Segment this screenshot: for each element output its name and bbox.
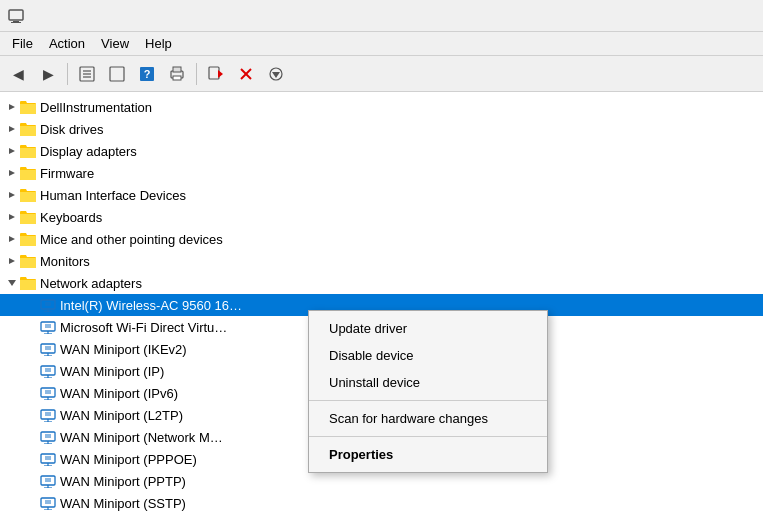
ctx-item-scan-changes[interactable]: Scan for hardware changes [309, 405, 547, 432]
svg-marker-14 [218, 70, 223, 78]
expand-arrow-display[interactable] [4, 143, 20, 159]
tree-item-disk[interactable]: Disk drives [0, 118, 763, 140]
app-icon [8, 8, 24, 24]
ctx-item-disable-device[interactable]: Disable device [309, 342, 547, 369]
tree-label-netadapters: Network adapters [40, 276, 142, 291]
svg-rect-12 [173, 76, 181, 80]
expand-arrow-wan-ipv6 [24, 385, 40, 401]
menu-item-view[interactable]: View [93, 34, 137, 53]
back-button[interactable]: ◀ [4, 60, 32, 88]
tree-item-monitors[interactable]: Monitors [0, 250, 763, 272]
tree-label-mice: Mice and other pointing devices [40, 232, 223, 247]
tree-label-firmware: Firmware [40, 166, 94, 181]
tree-item-dell[interactable]: DellInstrumentation [0, 96, 763, 118]
ctx-separator [309, 400, 547, 401]
tree-icon-ms-wifi [40, 319, 56, 335]
expand-arrow-wan-pppoe [24, 451, 40, 467]
tree-label-disk: Disk drives [40, 122, 104, 137]
tree-label-wan-pppoe: WAN Miniport (PPPOE) [60, 452, 197, 467]
svg-rect-11 [173, 67, 181, 72]
tree-label-wan-sstp: WAN Miniport (SSTP) [60, 496, 186, 511]
tree-item-display[interactable]: Display adapters [0, 140, 763, 162]
tree-item-mice[interactable]: Mice and other pointing devices [0, 228, 763, 250]
expand-arrow-netadapters[interactable] [4, 275, 20, 291]
tree-icon-firmware [20, 165, 36, 181]
expand-arrow-ms-wifi [24, 319, 40, 335]
svg-marker-18 [272, 72, 280, 78]
hidden-devices-button[interactable] [103, 60, 131, 88]
tree-view-button[interactable] [73, 60, 101, 88]
expand-arrow-wan-sstp [24, 495, 40, 511]
tree-label-keyboards: Keyboards [40, 210, 102, 225]
svg-marker-25 [9, 236, 15, 242]
expand-arrow-monitors[interactable] [4, 253, 20, 269]
expand-arrow-wan-l2tp [24, 407, 40, 423]
expand-arrow-intel-wifi [24, 297, 40, 313]
svg-rect-0 [9, 10, 23, 20]
tree-label-dell: DellInstrumentation [40, 100, 152, 115]
tree-icon-hid [20, 187, 36, 203]
tree-label-monitors: Monitors [40, 254, 90, 269]
ctx-item-update-driver[interactable]: Update driver [309, 315, 547, 342]
svg-marker-23 [9, 192, 15, 198]
uninstall-button[interactable] [232, 60, 260, 88]
tree-label-wan-pptp: WAN Miniport (PPTP) [60, 474, 186, 489]
tree-label-wan-ikev2: WAN Miniport (IKEv2) [60, 342, 187, 357]
svg-marker-26 [9, 258, 15, 264]
context-menu: Update driverDisable deviceUninstall dev… [308, 310, 548, 473]
forward-button[interactable]: ▶ [34, 60, 62, 88]
tree-icon-intel-wifi [40, 297, 56, 313]
tree-icon-wan-ip [40, 363, 56, 379]
toolbar: ◀ ▶ ? [0, 56, 763, 92]
tree-label-wan-ip: WAN Miniport (IP) [60, 364, 164, 379]
tree-item-keyboards[interactable]: Keyboards [0, 206, 763, 228]
svg-marker-20 [9, 126, 15, 132]
tree-item-hid[interactable]: Human Interface Devices [0, 184, 763, 206]
tree-item-wan-sstp[interactable]: WAN Miniport (SSTP) [0, 492, 763, 514]
tree-icon-monitors [20, 253, 36, 269]
tree-icon-dell [20, 99, 36, 115]
tree-label-ms-wifi: Microsoft Wi-Fi Direct Virtu… [60, 320, 227, 335]
tree-icon-display [20, 143, 36, 159]
tree-item-firmware[interactable]: Firmware [0, 162, 763, 184]
tree-icon-wan-pptp [40, 473, 56, 489]
help-button[interactable]: ? [133, 60, 161, 88]
tree-label-display: Display adapters [40, 144, 137, 159]
tree-icon-keyboards [20, 209, 36, 225]
svg-rect-7 [110, 67, 124, 81]
menu-item-help[interactable]: Help [137, 34, 180, 53]
expand-arrow-wan-network [24, 429, 40, 445]
expand-arrow-wan-ip [24, 363, 40, 379]
toolbar-separator-1 [67, 63, 68, 85]
expand-arrow-firmware[interactable] [4, 165, 20, 181]
tree-label-wan-ipv6: WAN Miniport (IPv6) [60, 386, 178, 401]
menu-item-file[interactable]: File [4, 34, 41, 53]
expand-arrow-hid[interactable] [4, 187, 20, 203]
svg-text:?: ? [144, 68, 151, 80]
expand-arrow-mice[interactable] [4, 231, 20, 247]
toolbar-separator-2 [196, 63, 197, 85]
update-driver-button[interactable] [202, 60, 230, 88]
tree-label-wan-network: WAN Miniport (Network M… [60, 430, 223, 445]
svg-rect-2 [11, 22, 21, 23]
tree-icon-wan-pppoe [40, 451, 56, 467]
menu-item-action[interactable]: Action [41, 34, 93, 53]
svg-marker-27 [8, 280, 16, 286]
tree-item-netadapters[interactable]: Network adapters [0, 272, 763, 294]
print-button[interactable] [163, 60, 191, 88]
expand-arrow-wan-ikev2 [24, 341, 40, 357]
ctx-item-uninstall-device[interactable]: Uninstall device [309, 369, 547, 396]
expand-arrow-wan-pptp [24, 473, 40, 489]
tree-label-wan-l2tp: WAN Miniport (L2TP) [60, 408, 183, 423]
tree-icon-wan-ipv6 [40, 385, 56, 401]
ctx-item-properties[interactable]: Properties [309, 441, 547, 468]
svg-marker-21 [9, 148, 15, 154]
tree-icon-wan-network [40, 429, 56, 445]
tree-icon-wan-ikev2 [40, 341, 56, 357]
scan-button[interactable] [262, 60, 290, 88]
expand-arrow-disk[interactable] [4, 121, 20, 137]
expand-arrow-keyboards[interactable] [4, 209, 20, 225]
svg-marker-19 [9, 104, 15, 110]
expand-arrow-dell[interactable] [4, 99, 20, 115]
tree-item-wan-pptp[interactable]: WAN Miniport (PPTP) [0, 470, 763, 492]
